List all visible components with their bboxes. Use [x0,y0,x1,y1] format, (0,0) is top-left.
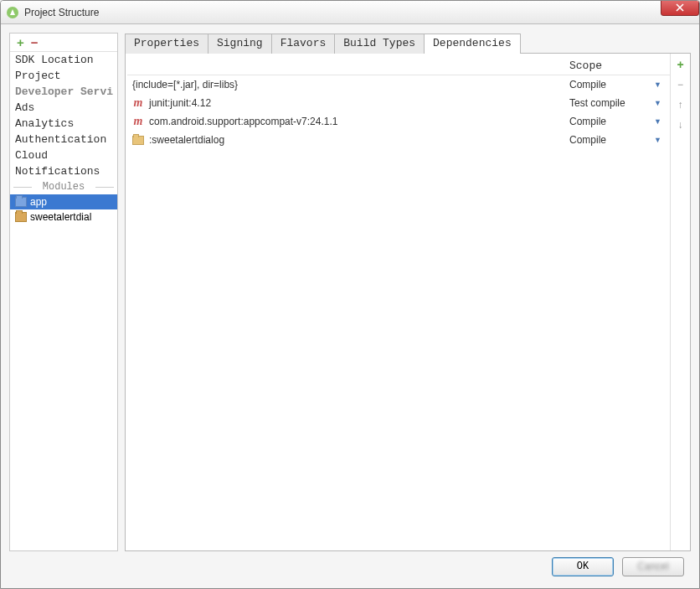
chevron-down-icon: ▼ [654,136,661,144]
maven-icon: m [132,115,144,128]
module-label: app [30,196,47,208]
maven-icon: m [132,96,144,110]
window-controls [660,0,699,16]
dependency-name: {include=[*.jar], dir=libs} [127,79,569,90]
sidebar-item[interactable]: Analytics [10,116,117,132]
close-button[interactable] [661,0,699,16]
dependency-row[interactable]: mjunit:junit:4.12Test compile▼ [127,94,670,112]
sidebar: + − SDK LocationProjectDeveloper ServiAd… [9,33,118,551]
window-title: Project Structure [24,7,99,18]
sidebar-item[interactable]: SDK Location [10,52,117,68]
add-dependency-icon[interactable]: + [673,57,688,72]
dependencies-panel: Scope {include=[*.jar], dir=libs}Compile… [125,53,691,551]
sidebar-list: SDK LocationProjectDeveloper ServiAdsAna… [10,52,117,550]
chevron-down-icon: ▼ [654,99,661,107]
dependency-name: mcom.android.support:appcompat-v7:24.1.1 [127,115,569,128]
ok-button[interactable]: OK [552,557,614,576]
dependency-scope-dropdown[interactable]: Compile▼ [569,134,670,146]
deps-rows: {include=[*.jar], dir=libs}Compile▼mjuni… [127,75,670,547]
scope-value: Compile [569,79,606,90]
sidebar-item[interactable]: Project [10,68,117,84]
scope-value: Compile [569,116,606,127]
chevron-down-icon: ▼ [654,80,661,89]
sidebar-section-modules: Modules [10,179,117,194]
dependency-scope-dropdown[interactable]: Test compile▼ [569,97,670,109]
tab-signing[interactable]: Signing [208,34,272,54]
scope-value: Test compile [569,97,625,109]
sidebar-toolbar: + − [10,34,117,52]
remove-module-icon[interactable]: − [31,36,39,49]
dependency-name: :sweetalertdialog [127,134,569,146]
tab-properties[interactable]: Properties [125,34,208,54]
scope-value: Compile [569,134,606,146]
dependency-scope-dropdown[interactable]: Compile▼ [569,116,670,127]
dependencies-area: Scope {include=[*.jar], dir=libs}Compile… [126,54,670,550]
move-up-icon[interactable]: ↑ [673,97,688,112]
tab-dependencies[interactable]: Dependencies [424,34,521,54]
remove-dependency-icon[interactable]: − [673,77,688,92]
col-scope-header: Scope [569,59,670,72]
deps-header: Scope [127,57,670,75]
titlebar: Project Structure [1,1,699,24]
sidebar-item[interactable]: Cloud [10,147,117,163]
footer: OK Cancel [9,551,691,581]
dependency-row[interactable]: {include=[*.jar], dir=libs}Compile▼ [127,75,670,94]
dependency-row[interactable]: :sweetalertdialogCompile▼ [127,131,670,149]
cancel-button[interactable]: Cancel [622,557,684,576]
dependency-name: mjunit:junit:4.12 [127,96,569,110]
dependency-scope-dropdown[interactable]: Compile▼ [569,79,670,90]
sidebar-item: Developer Servi [10,84,117,100]
folder-icon [132,136,144,145]
app-icon [6,6,19,19]
content-row: + − SDK LocationProjectDeveloper ServiAd… [9,33,691,551]
dialog-window: Project Structure + − SDK LocationProjec… [0,0,700,589]
dialog-body: + − SDK LocationProjectDeveloper ServiAd… [1,24,699,588]
sidebar-item[interactable]: Ads [10,100,117,116]
module-label: sweetalertdial [30,211,91,223]
module-item[interactable]: sweetalertdial [10,209,117,225]
deps-side-actions: + − ↑ ↓ [670,54,690,550]
sidebar-item[interactable]: Notifications [10,163,117,179]
sidebar-item[interactable]: Authentication [10,132,117,147]
folder-icon [15,212,27,222]
folder-icon [15,197,27,207]
move-down-icon[interactable]: ↓ [673,117,688,132]
add-module-icon[interactable]: + [17,36,24,49]
dependency-row[interactable]: mcom.android.support:appcompat-v7:24.1.1… [127,112,670,131]
chevron-down-icon: ▼ [654,117,661,126]
tab-build-types[interactable]: Build Types [334,34,425,54]
module-item[interactable]: app [10,194,117,209]
tab-flavors[interactable]: Flavors [271,34,336,54]
tab-bar: PropertiesSigningFlavorsBuild TypesDepen… [125,33,691,53]
main-panel: PropertiesSigningFlavorsBuild TypesDepen… [125,33,691,551]
